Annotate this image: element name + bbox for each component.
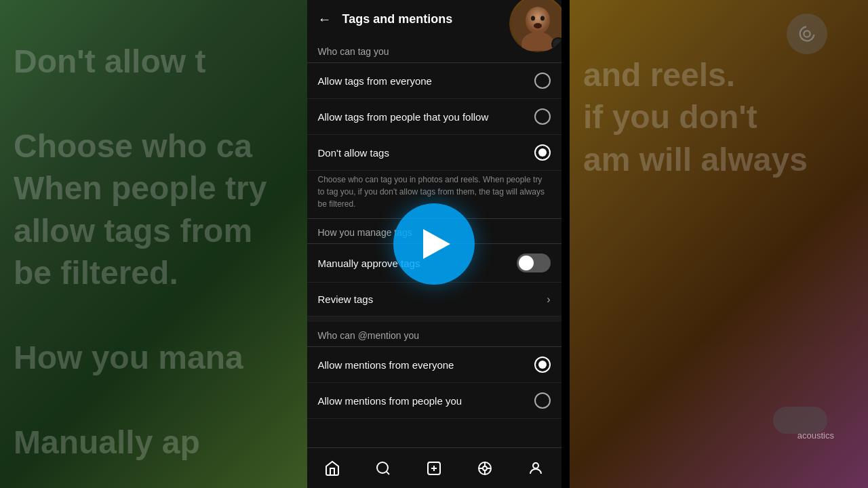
profile-icon	[527, 460, 545, 477]
avatar-indicator	[551, 37, 561, 51]
tag-following-radio[interactable]	[534, 108, 551, 125]
reels-icon	[476, 460, 494, 477]
mention-everyone-option[interactable]: Allow mentions from everyone	[307, 347, 561, 383]
mention-everyone-label: Allow mentions from everyone	[318, 358, 534, 372]
svg-point-18	[533, 463, 538, 468]
svg-line-8	[387, 471, 389, 474]
brand-watermark: acoustics	[797, 430, 834, 441]
manually-approve-toggle[interactable]	[517, 253, 551, 272]
review-tags-label: Review tags	[318, 292, 547, 306]
toggle-bg-indicator	[773, 407, 827, 434]
home-icon	[323, 460, 341, 477]
who-mention-header: Who can @mention you	[307, 322, 561, 347]
play-triangle-icon	[423, 229, 450, 259]
background-left: Don't allow tChoose who caWhen people tr…	[0, 0, 319, 488]
bg-left-text: Don't allow tChoose who caWhen people tr…	[0, 0, 280, 488]
mention-following-option[interactable]: Allow mentions from people you	[307, 383, 561, 419]
svg-point-13	[483, 466, 487, 470]
tag-none-radio[interactable]	[534, 144, 551, 161]
bottom-navigation	[307, 447, 561, 488]
mention-everyone-radio[interactable]	[534, 357, 551, 373]
tag-none-label: Don't allow tags	[318, 146, 534, 160]
nav-search[interactable]	[358, 460, 409, 477]
nav-reels[interactable]	[460, 460, 511, 477]
mention-following-radio[interactable]	[534, 392, 551, 409]
section-divider	[307, 317, 561, 322]
camera-icon	[797, 24, 816, 43]
tag-everyone-radio[interactable]	[534, 73, 551, 89]
svg-point-4	[531, 16, 535, 21]
camera-icon-bg	[787, 14, 827, 54]
svg-point-0	[804, 30, 810, 37]
svg-point-7	[377, 462, 388, 473]
page-header: ← Tags and mentions	[307, 0, 561, 38]
review-tags-chevron: ›	[547, 293, 550, 306]
add-icon	[425, 460, 443, 477]
svg-point-6	[534, 23, 542, 28]
svg-point-5	[540, 16, 545, 21]
mention-following-label: Allow mentions from people you	[318, 394, 534, 408]
tag-everyone-label: Allow tags from everyone	[318, 74, 534, 88]
back-button[interactable]: ←	[318, 12, 332, 27]
tag-everyone-option[interactable]: Allow tags from everyone	[307, 63, 561, 99]
play-button[interactable]	[393, 203, 475, 285]
tag-none-option[interactable]: Don't allow tags	[307, 135, 561, 171]
bg-right-text: and reels.if you don'tam will always	[570, 0, 821, 235]
nav-profile[interactable]	[511, 460, 561, 477]
review-tags-option[interactable]: Review tags ›	[307, 283, 561, 317]
nav-add[interactable]	[409, 460, 460, 477]
tag-following-label: Allow tags from people that you follow	[318, 110, 534, 124]
search-icon	[374, 460, 392, 477]
svg-point-2	[526, 7, 550, 34]
tag-following-option[interactable]: Allow tags from people that you follow	[307, 99, 561, 135]
nav-home[interactable]	[307, 460, 358, 477]
